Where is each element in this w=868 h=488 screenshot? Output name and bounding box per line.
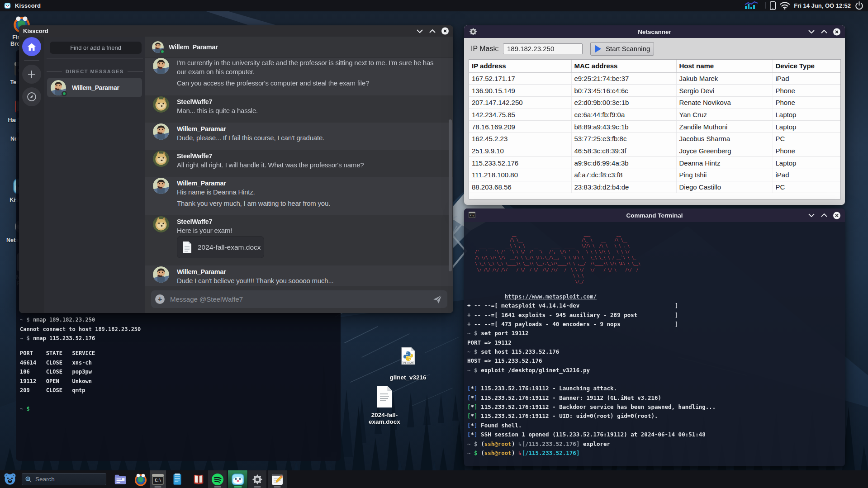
table-row[interactable]: 136.90.15.149b0:73:45:16:c4:6cSergio Dev…	[469, 85, 840, 97]
play-icon	[595, 45, 601, 52]
table-row[interactable]: 251.9.9.1046:58:3c:c8:39:3fJoyce Greenbe…	[469, 145, 840, 157]
text-segment: $	[474, 367, 481, 374]
taskbar-item-text-editor[interactable]	[268, 470, 287, 488]
minimize-button[interactable]	[808, 212, 815, 219]
taskbar-item-terminal-app[interactable]	[150, 470, 166, 488]
column-header[interactable]: Host name	[676, 60, 773, 72]
message-text: Thank you very much, I am waiting to hea…	[177, 199, 453, 208]
maximize-button[interactable]	[429, 28, 436, 35]
kisscord-window: Kisscord Find or add a friend DIRECT MES…	[19, 25, 453, 313]
text-segment: 115.233.52.176:19112 - UID: uid=0(root) …	[478, 412, 658, 419]
table-row[interactable]: 162.45.2.2353:77:25:e3:fb:8cJacobus Shar…	[469, 133, 840, 145]
start-scanning-button[interactable]: Start Scanning	[590, 42, 654, 56]
nmap-shell-prompt[interactable]: ~ $	[20, 404, 30, 414]
table-cell: Jacobus Sharma	[676, 133, 773, 145]
sidebar-divider	[47, 58, 143, 59]
taskbar-search[interactable]: Search	[22, 473, 106, 485]
start-menu-bear-icon[interactable]	[3, 472, 17, 486]
add-server-button[interactable]	[22, 65, 41, 84]
desktop-file-python-script[interactable]: glinet_v3216	[388, 347, 428, 381]
dm-list-item[interactable]: Willem_Paramar	[47, 78, 142, 97]
label-line: exam.docx	[365, 418, 404, 425]
column-header[interactable]: IP address	[469, 60, 571, 72]
file-attachment[interactable]: 2024-fall-exam.docx	[177, 236, 264, 258]
close-button[interactable]	[833, 212, 840, 219]
table-row[interactable]: 115.233.52.176a9:9c:d6:99:4a:3bDeanna Hi…	[469, 157, 840, 169]
message-list[interactable]: I'm currently in the university cafe and…	[145, 57, 453, 286]
terminal-title-bar[interactable]: Command Terminal	[464, 208, 845, 222]
table-cell: 136.90.15.149	[469, 85, 571, 97]
table-row[interactable]: 111.218.100.80af:a7:dc:f8:c3:f8Ping Ishi…	[469, 169, 840, 181]
tray-separator	[765, 2, 766, 9]
close-button[interactable]	[441, 28, 449, 35]
message-author[interactable]: Willem_Paramar	[177, 124, 453, 133]
running-indicator	[234, 486, 242, 488]
message-group: Willem_ParamarHis name is Deanna Hintz.T…	[145, 177, 453, 215]
close-button[interactable]	[833, 28, 840, 35]
dm-header-rule	[47, 71, 62, 72]
text-segment: + -- --=[ metasploit v4.14.14-dev	[467, 302, 579, 309]
steelwaffe-avatar[interactable]	[153, 151, 169, 167]
message-input[interactable]: + Message @SteelWaffe7	[151, 290, 447, 308]
terminal-line: ~ $ exploit /desktop/glinet_v3216.py	[467, 366, 716, 375]
file-manager-icon	[114, 473, 127, 486]
chat-header-username: Willem_Paramar	[169, 43, 218, 51]
column-header[interactable]: Device Type	[773, 60, 840, 72]
activity-graph-icon[interactable]	[744, 1, 761, 9]
find-friend-search[interactable]: Find or add a friend	[50, 42, 142, 54]
table-cell: af:a7:dc:f8:c3:f8	[571, 169, 676, 181]
kisscord-title-bar[interactable]: Kisscord	[19, 25, 453, 37]
taskbar-item-settings-gear[interactable]	[248, 470, 266, 488]
table-row[interactable]: 88.203.68.5623:83:3d:d2:b4:deDiego Casti…	[469, 181, 840, 193]
maximize-button[interactable]	[821, 212, 828, 219]
steelwaffe-avatar[interactable]	[153, 96, 169, 113]
willem-avatar[interactable]	[153, 58, 169, 74]
willem-avatar[interactable]	[153, 123, 169, 140]
table-row[interactable]: 207.147.142.250e2:d0:9b:00:3e:1bRenate N…	[469, 96, 840, 109]
terminal-body[interactable]: __ ___ __ /\ \__ /\_ \ __ /\ \__ ___ ___…	[464, 222, 845, 466]
taskbar-item-kisscord[interactable]	[228, 470, 247, 488]
taskbar-item-firefox[interactable]	[134, 470, 147, 488]
table-row[interactable]: 78.16.169.209b8:89:a9:43:9c:1bZandile Mu…	[469, 121, 840, 133]
minimize-button[interactable]	[808, 28, 815, 35]
chat-scrollbar-thumb[interactable]	[449, 119, 452, 271]
message-author[interactable]: SteelWaffe7	[177, 217, 453, 226]
willem-avatar[interactable]	[153, 266, 169, 283]
column-header[interactable]: MAC address	[571, 60, 676, 72]
text-segment: ~	[467, 450, 474, 456]
phone-icon[interactable]	[770, 1, 776, 10]
steelwaffe-avatar[interactable]	[153, 216, 169, 232]
message-author[interactable]: Willem_Paramar	[177, 179, 453, 188]
table-cell: Laptop	[773, 121, 840, 133]
attachment-filename: 2024-fall-exam.docx	[198, 243, 261, 251]
clock[interactable]: Fri 14 Jun, ÖÖ 12:52	[794, 2, 851, 9]
home-button[interactable]	[22, 37, 41, 56]
taskbar-item-spotify[interactable]	[208, 470, 227, 488]
taskbar-item-handbook[interactable]	[192, 470, 205, 488]
terminal-line: 106 CLOSE pop3pw	[20, 367, 95, 377]
maximize-button[interactable]	[821, 28, 828, 35]
taskbar-item-file-manager[interactable]	[114, 470, 127, 488]
text-segment: 209 CLOSE qmtp	[20, 387, 85, 393]
table-cell: Phone	[773, 85, 840, 97]
table-row[interactable]: 167.52.171.17e9:25:21:74:be:37Jakub Mare…	[469, 72, 840, 85]
explore-button[interactable]	[22, 87, 41, 106]
netscanner-window-title: Netscanner	[464, 28, 845, 35]
willem-avatar[interactable]	[153, 178, 169, 194]
minimize-button[interactable]	[416, 28, 423, 35]
text-segment: [/115.233.52.176]	[522, 441, 579, 447]
taskbar-item-notes[interactable]	[171, 470, 184, 488]
scan-results-table[interactable]: IP addressMAC addressHost nameDevice Typ…	[469, 59, 841, 199]
desktop-file-docx[interactable]: 2024-fall-exam.docx	[365, 386, 404, 425]
ip-mask-input[interactable]: 189.182.23.250	[503, 43, 583, 54]
message-author[interactable]: Willem_Paramar	[177, 267, 453, 276]
wifi-icon[interactable]	[780, 2, 790, 9]
send-icon[interactable]	[433, 295, 442, 304]
terminal-line: Cannot connect to host 189.182.23.250	[20, 325, 141, 334]
message-author[interactable]: SteelWaffe7	[177, 152, 453, 161]
attach-plus-icon[interactable]: +	[155, 294, 165, 304]
table-row[interactable]: 142.234.75.85ce:6a:44:fb:f9:0aYan CruzLa…	[469, 109, 840, 121]
message-author[interactable]: SteelWaffe7	[177, 97, 453, 106]
netscanner-title-bar[interactable]: Netscanner	[464, 25, 845, 38]
power-icon[interactable]	[855, 1, 863, 10]
